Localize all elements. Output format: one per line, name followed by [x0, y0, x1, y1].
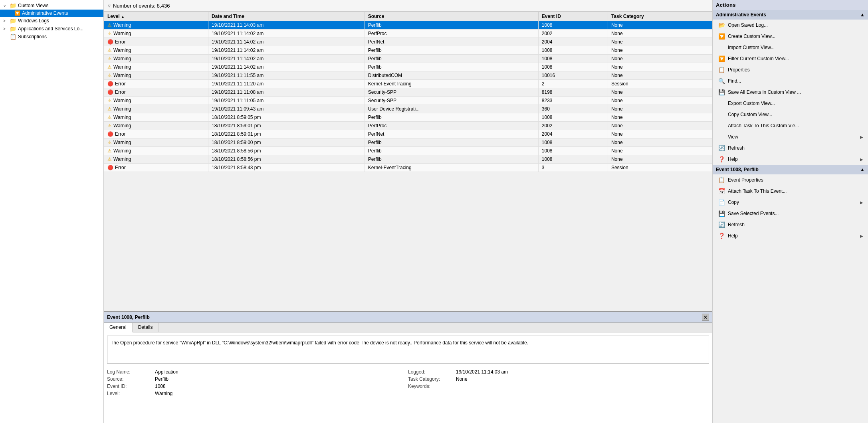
copy-icon: 📄: [717, 198, 725, 206]
table-row[interactable]: ⚠ Warning 19/10/2021 11:09:43 am User De…: [104, 105, 712, 113]
action-attach-task-event[interactable]: 📅Attach Task To This Event...: [713, 186, 868, 197]
col-header-taskcategory[interactable]: Task Category: [608, 12, 712, 21]
tab-general[interactable]: General: [104, 323, 133, 332]
sidebar-item-admin-events[interactable]: 🔽 Administrative Events: [0, 10, 103, 17]
create-custom-view-icon: 🔽: [717, 32, 725, 40]
source-cell: PerfNet: [365, 130, 538, 138]
save-selected-icon: 💾: [717, 210, 725, 217]
col-header-level[interactable]: Level ▲: [104, 12, 208, 21]
table-row[interactable]: ⚠ Warning 18/10/2021 8:58:56 pm Perflib …: [104, 147, 712, 155]
source-cell: Perflib: [365, 55, 538, 63]
detail-close-button[interactable]: ✕: [702, 314, 709, 321]
source-cell: Perflib: [365, 147, 538, 155]
datetime-cell: 18/10/2021 8:59:01 pm: [208, 130, 365, 138]
action-help-admin[interactable]: ❓Help▶: [713, 154, 868, 165]
eventid-cell: 1008: [538, 138, 608, 147]
table-row[interactable]: 🔴 Error 18/10/2021 8:58:43 pm Kernel-Eve…: [104, 164, 712, 172]
open-saved-log-icon: 📂: [717, 21, 725, 29]
table-row[interactable]: 🔴 Error 18/10/2021 8:59:01 pm PerfNet 20…: [104, 130, 712, 138]
import-custom-view-icon: [717, 43, 725, 51]
action-refresh-admin[interactable]: 🔄Refresh: [713, 142, 868, 154]
help-admin-label: Help: [728, 156, 858, 162]
level-text: Error: [115, 165, 126, 170]
action-open-saved-log[interactable]: 📂Open Saved Log...: [713, 20, 868, 31]
events-table-wrapper[interactable]: Level ▲ Date and Time Source Event ID Ta…: [104, 12, 712, 311]
level-cell: ⚠ Warning: [104, 46, 208, 55]
find-icon: 🔍: [717, 77, 725, 85]
sidebar-item-windows-logs[interactable]: > 📁 Windows Logs: [0, 17, 103, 25]
category-cell: None: [608, 38, 712, 46]
table-row[interactable]: 🔴 Error 19/10/2021 11:11:20 am Kernel-Ev…: [104, 80, 712, 88]
warning-icon: ⚠: [107, 123, 112, 128]
detail-content[interactable]: The Open procedure for service "WmiApRpl…: [104, 332, 712, 423]
action-refresh-event[interactable]: 🔄Refresh: [713, 219, 868, 230]
action-import-custom-view[interactable]: Import Custom View...: [713, 42, 868, 53]
category-cell: None: [608, 97, 712, 105]
level-text: Warning: [113, 123, 131, 128]
table-row[interactable]: ⚠ Warning 18/10/2021 8:59:01 pm PerfProc…: [104, 122, 712, 130]
action-create-custom-view[interactable]: 🔽Create Custom View...: [713, 31, 868, 42]
level-value: Warning: [155, 391, 408, 396]
level-text: Error: [115, 89, 126, 95]
action-find[interactable]: 🔍Find...: [713, 75, 868, 87]
datetime-cell: 19/10/2021 11:11:05 am: [208, 97, 365, 105]
action-attach-task-custom-view[interactable]: Attach Task To This Custom Vie...: [713, 120, 868, 131]
taskcategory-value: None: [456, 376, 709, 382]
table-row[interactable]: ⚠ Warning 19/10/2021 11:11:55 am Distrib…: [104, 71, 712, 80]
logged-label: Logged:: [408, 369, 456, 375]
eventid-cell: 2004: [538, 130, 608, 138]
table-row[interactable]: ⚠ Warning 19/10/2021 11:11:05 am Securit…: [104, 97, 712, 105]
tab-details[interactable]: Details: [133, 323, 159, 332]
table-row[interactable]: ⚠ Warning 19/10/2021 11:14:02 am Perflib…: [104, 46, 712, 55]
action-properties[interactable]: 📋Properties: [713, 64, 868, 75]
action-view[interactable]: View▶: [713, 131, 868, 142]
main-area: ▿ Number of events: 8,436 Level ▲ Date a…: [104, 0, 712, 423]
attach-task-custom-view-label: Attach Task To This Custom Vie...: [728, 123, 863, 128]
action-copy[interactable]: 📄Copy▶: [713, 197, 868, 208]
detail-titlebar: Event 1008, Perflib ✕: [104, 312, 712, 323]
log-name-label: Log Name:: [107, 369, 155, 375]
table-row[interactable]: ⚠ Warning 19/10/2021 11:14:03 am Perflib…: [104, 21, 712, 30]
table-row[interactable]: ⚠ Warning 18/10/2021 8:59:00 pm Perflib …: [104, 138, 712, 147]
keywords-value: [456, 383, 709, 389]
table-row[interactable]: ⚠ Warning 19/10/2021 11:14:02 am Perflib…: [104, 63, 712, 71]
datetime-cell: 19/10/2021 11:09:43 am: [208, 105, 365, 113]
datetime-cell: 19/10/2021 11:11:20 am: [208, 80, 365, 88]
action-save-all-events[interactable]: 💾Save All Events in Custom View ...: [713, 87, 868, 98]
table-row[interactable]: 🔴 Error 19/10/2021 11:14:02 am PerfNet 2…: [104, 38, 712, 46]
action-event-properties[interactable]: 📋Event Properties: [713, 174, 868, 186]
tree-panel: ∨ 📁 Custom Views 🔽 Administrative Events…: [0, 0, 104, 423]
category-cell: None: [608, 63, 712, 71]
import-custom-view-label: Import Custom View...: [728, 45, 863, 50]
datetime-cell: 19/10/2021 11:11:08 am: [208, 88, 365, 97]
sidebar-item-subscriptions[interactable]: 📋 Subscriptions: [0, 33, 103, 41]
table-row[interactable]: ⚠ Warning 18/10/2021 8:59:05 pm Perflib …: [104, 113, 712, 122]
action-export-custom-view[interactable]: Export Custom View...: [713, 98, 868, 109]
expand-icon: ∨: [3, 4, 8, 8]
action-filter-current[interactable]: 🔽Filter Current Custom View...: [713, 53, 868, 64]
action-copy-custom-view[interactable]: Copy Custom View...: [713, 109, 868, 120]
table-row[interactable]: ⚠ Warning 19/10/2021 11:14:02 am PerfPro…: [104, 30, 712, 38]
datetime-cell: 19/10/2021 11:14:02 am: [208, 38, 365, 46]
col-header-datetime[interactable]: Date and Time: [208, 12, 365, 21]
action-save-selected[interactable]: 💾Save Selected Events...: [713, 208, 868, 219]
view-icon: [717, 133, 725, 141]
warning-icon: ⚠: [107, 73, 112, 78]
sidebar-item-custom-views[interactable]: ∨ 📁 Custom Views: [0, 2, 103, 10]
event-section-label: Event 1008, Perflib: [716, 167, 759, 172]
eventid-cell: 2002: [538, 122, 608, 130]
table-row[interactable]: ⚠ Warning 18/10/2021 8:58:56 pm Perflib …: [104, 155, 712, 164]
category-cell: None: [608, 130, 712, 138]
table-row[interactable]: 🔴 Error 19/10/2021 11:11:08 am Security-…: [104, 88, 712, 97]
level-cell: ⚠ Warning: [104, 97, 208, 105]
level-text: Warning: [113, 140, 131, 145]
table-row[interactable]: ⚠ Warning 19/10/2021 11:14:02 am Perflib…: [104, 55, 712, 63]
submenu-arrow: ▶: [860, 157, 863, 162]
source-cell: PerfProc: [365, 30, 538, 38]
action-help-event[interactable]: ❓Help▶: [713, 230, 868, 241]
col-header-source[interactable]: Source: [365, 12, 538, 21]
col-header-eventid[interactable]: Event ID: [538, 12, 608, 21]
event-section-header[interactable]: Event 1008, Perflib ▲: [713, 165, 868, 174]
admin-events-section-header[interactable]: Administrative Events ▲: [713, 10, 868, 20]
sidebar-item-apps-services[interactable]: > 📁 Applications and Services Lo...: [0, 25, 103, 33]
